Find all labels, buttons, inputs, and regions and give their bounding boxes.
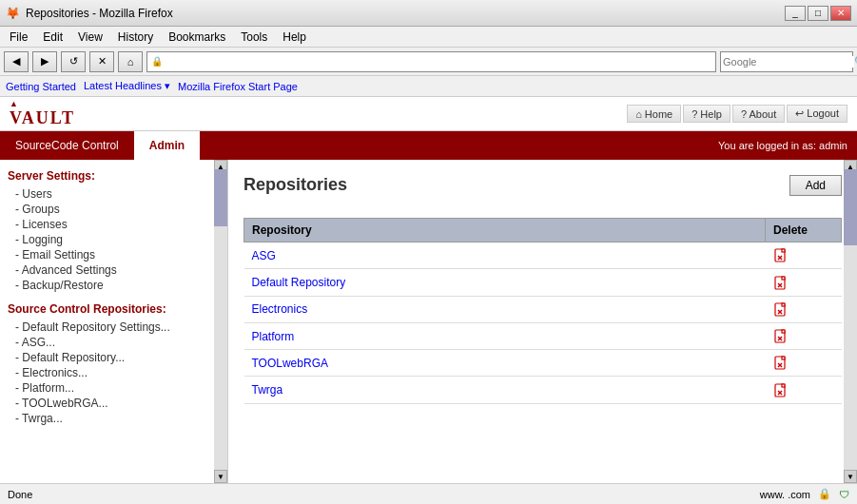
status-text: Done <box>8 489 32 500</box>
home-nav-button[interactable]: ⌂ <box>118 51 143 72</box>
browser-title: Repositories - Mozilla Firefox <box>26 7 173 20</box>
repo-link[interactable]: Twrga <box>252 383 283 397</box>
repo-delete-cell <box>766 377 842 403</box>
bookmark-getting-started[interactable]: Getting Started <box>6 81 76 92</box>
repo-delete-cell <box>766 296 842 322</box>
repo-link[interactable]: TOOLwebRGA <box>252 357 328 370</box>
stop-button[interactable]: ✕ <box>89 51 114 72</box>
tab-admin[interactable]: Admin <box>134 131 200 160</box>
vault-logo: ▲ VAULT <box>10 99 75 128</box>
minimize-button[interactable]: _ <box>785 6 806 21</box>
forward-button[interactable]: ▶ <box>32 51 57 72</box>
repo-link[interactable]: Platform <box>252 330 295 343</box>
sidebar-item-groups[interactable]: - Groups <box>8 202 220 217</box>
sidebar-item-twrga[interactable]: - Twrga... <box>8 411 220 426</box>
search-input[interactable] <box>723 56 854 68</box>
sidebar: Server Settings: - Users - Groups - Lice… <box>0 160 228 483</box>
sidebar-item-electronics[interactable]: - Electronics... <box>8 365 220 380</box>
status-right: www. .com 🔒 🛡 <box>760 488 849 500</box>
address-input[interactable]: https://www.../VaultService/Admin/Reposi… <box>165 56 711 68</box>
menu-history[interactable]: History <box>112 29 159 45</box>
menu-bookmarks[interactable]: Bookmarks <box>163 29 231 45</box>
table-header-repository: Repository <box>244 219 766 242</box>
sidebar-item-email-settings[interactable]: - Email Settings <box>8 247 220 262</box>
logged-in-status: You are logged in as: admin <box>718 140 857 151</box>
home-link-button[interactable]: ⌂ Home <box>627 105 681 123</box>
repo-link[interactable]: ASG <box>252 249 276 262</box>
sidebar-item-logging[interactable]: - Logging <box>8 232 220 247</box>
svg-rect-17 <box>782 330 785 333</box>
repo-name-cell: Electronics <box>244 296 766 322</box>
address-bar[interactable]: 🔒 https://www.../VaultService/Admin/Repo… <box>146 51 716 72</box>
menu-tools[interactable]: Tools <box>235 29 273 45</box>
svg-rect-22 <box>782 357 785 359</box>
delete-icon[interactable] <box>773 301 789 317</box>
refresh-button[interactable]: ↺ <box>61 51 86 72</box>
content-area: Repositories Add Repository Delete ASGDe… <box>228 160 857 483</box>
sidebar-scroll-down[interactable]: ▼ <box>214 470 227 483</box>
sidebar-server-settings: Server Settings: - Users - Groups - Lice… <box>8 169 220 293</box>
menu-help[interactable]: Help <box>277 29 312 45</box>
table-row: Default Repository <box>244 269 842 296</box>
menu-file[interactable]: File <box>4 29 33 45</box>
table-row: TOOLwebRGA <box>244 350 842 377</box>
repo-link[interactable]: Default Repository <box>252 276 346 289</box>
repo-name-cell: TOOLwebRGA <box>244 350 766 377</box>
sidebar-item-default-repo[interactable]: - Default Repository... <box>8 350 220 365</box>
sidebar-item-licenses[interactable]: - Licenses <box>8 217 220 232</box>
maximize-button[interactable]: □ <box>808 6 828 21</box>
page-title: Repositories <box>243 175 347 195</box>
window-controls[interactable]: _ □ ✕ <box>785 6 851 21</box>
content-scrollbar[interactable]: ▲ ▼ <box>844 160 857 483</box>
help-link-button[interactable]: ? Help <box>683 105 730 123</box>
close-button[interactable]: ✕ <box>830 6 851 21</box>
svg-rect-2 <box>782 249 785 252</box>
delete-icon[interactable] <box>773 274 789 289</box>
delete-icon[interactable] <box>773 381 789 397</box>
nav-bar: ◀ ▶ ↺ ✕ ⌂ 🔒 https://www.../VaultService/… <box>0 48 857 76</box>
back-button[interactable]: ◀ <box>4 51 29 72</box>
table-row: Twrga <box>244 377 842 403</box>
sidebar-scroll-thumb[interactable] <box>214 169 227 226</box>
repo-delete-cell <box>766 350 842 377</box>
content-scroll-thumb[interactable] <box>844 169 857 245</box>
menu-edit[interactable]: Edit <box>37 29 68 45</box>
tab-bar: SourceCode Control Admin You are logged … <box>0 131 857 160</box>
bookmarks-bar: Getting Started Latest Headlines ▾ Mozil… <box>0 76 857 97</box>
table-header-delete: Delete <box>766 219 842 242</box>
sidebar-item-default-repo-settings[interactable]: - Default Repository Settings... <box>8 320 220 335</box>
svg-rect-12 <box>782 303 785 306</box>
server-settings-title: Server Settings: <box>8 169 220 183</box>
sidebar-item-toolwebrga[interactable]: - TOOLwebRGA... <box>8 396 220 411</box>
bookmark-firefox-start[interactable]: Mozilla Firefox Start Page <box>178 81 298 92</box>
app-area: ▲ VAULT ⌂ Home ? Help ? About ↩ Logout S… <box>0 97 857 483</box>
bookmark-latest-headlines[interactable]: Latest Headlines ▾ <box>84 80 170 92</box>
browser-favicon: 🦊 <box>6 7 20 20</box>
delete-icon[interactable] <box>773 328 789 343</box>
main-content: Server Settings: - Users - Groups - Lice… <box>0 160 857 483</box>
sidebar-item-platform[interactable]: - Platform... <box>8 380 220 396</box>
logout-link-button[interactable]: ↩ Logout <box>787 105 847 123</box>
sidebar-item-asg[interactable]: - ASG... <box>8 335 220 350</box>
repo-delete-cell <box>766 322 842 349</box>
table-row: Electronics <box>244 296 842 322</box>
repo-name-cell: Twrga <box>244 377 766 403</box>
delete-icon[interactable] <box>773 355 789 370</box>
menu-view[interactable]: View <box>72 29 108 45</box>
browser-title-bar: 🦊 Repositories - Mozilla Firefox _ □ ✕ <box>0 0 857 27</box>
sidebar-item-advanced-settings[interactable]: - Advanced Settings <box>8 262 220 278</box>
search-bar[interactable]: 🔍 <box>720 51 853 72</box>
sidebar-item-backup-restore[interactable]: - Backup/Restore <box>8 278 220 293</box>
repositories-table: Repository Delete ASGDefault RepositoryE… <box>243 218 842 404</box>
status-bar: Done www. .com 🔒 🛡 <box>0 483 857 504</box>
sidebar-item-users[interactable]: - Users <box>8 186 220 202</box>
sidebar-scrollbar[interactable]: ▲ ▼ <box>214 160 227 483</box>
status-url: www. .com <box>760 489 810 500</box>
delete-icon[interactable] <box>773 247 789 262</box>
repo-link[interactable]: Electronics <box>252 302 308 316</box>
about-link-button[interactable]: ? About <box>732 105 785 123</box>
tab-sourcecode-control[interactable]: SourceCode Control <box>0 131 134 160</box>
add-repository-button[interactable]: Add <box>789 175 842 196</box>
header-links: ⌂ Home ? Help ? About ↩ Logout <box>627 105 847 123</box>
content-scroll-down[interactable]: ▼ <box>844 470 857 483</box>
